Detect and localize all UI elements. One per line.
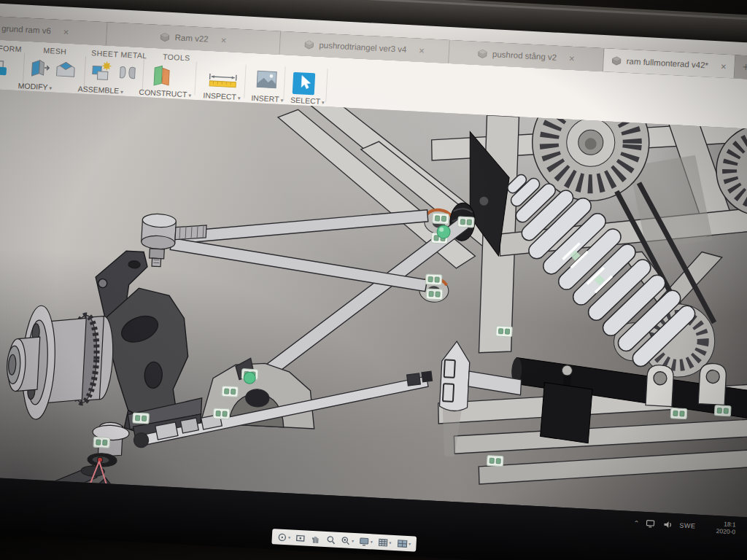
- fit-icon[interactable]: ▾: [341, 535, 355, 546]
- joint-badge: [487, 455, 503, 466]
- new-tab-button[interactable]: +: [735, 55, 747, 80]
- look-at-icon[interactable]: [295, 532, 306, 543]
- joint-badge: [496, 326, 513, 337]
- joint-badge: [457, 217, 474, 228]
- volume-icon[interactable]: [663, 520, 673, 529]
- joint-badge: [433, 213, 449, 224]
- system-tray: ⌃ SWE 18:1 2020-0: [633, 514, 736, 537]
- document-cube-icon: [478, 49, 488, 59]
- display-tray-icon[interactable]: [646, 519, 657, 529]
- mesh-box-icon[interactable]: [53, 58, 78, 83]
- ribbon-tab-mesh[interactable]: MESH: [43, 46, 67, 56]
- joint-badge: [133, 413, 150, 424]
- language-indicator[interactable]: SWE: [679, 521, 696, 529]
- clock-date: 2020-0: [716, 527, 735, 535]
- joint-badge: [213, 408, 230, 419]
- assemble-component-icon[interactable]: [90, 60, 115, 85]
- ribbon-tab-sheet-metal[interactable]: SHEET METAL: [91, 48, 147, 60]
- close-icon[interactable]: ×: [569, 52, 575, 63]
- close-icon[interactable]: ×: [220, 34, 226, 45]
- clock[interactable]: 18:1 2020-0: [702, 519, 736, 535]
- tab-label: grund ram v6: [1, 24, 51, 36]
- chevron-down-icon: ▾: [188, 92, 191, 98]
- balljoint-highlight: [244, 372, 256, 384]
- zoom-icon[interactable]: [325, 534, 336, 545]
- pan-icon[interactable]: [310, 533, 321, 544]
- orbit-icon[interactable]: ▾: [277, 532, 291, 542]
- select-icon[interactable]: [291, 71, 317, 97]
- inspect-measure-icon[interactable]: [206, 66, 240, 91]
- joint-badge: [222, 386, 239, 397]
- monitor-photo: e) grund ram v6 × Ram v22 × pushrodtrian…: [0, 0, 747, 560]
- model-viewport[interactable]: 15°: [0, 88, 747, 518]
- chevron-down-icon: ▾: [49, 85, 52, 91]
- joint-badge: [93, 437, 110, 448]
- document-cube-icon: [611, 55, 622, 66]
- ribbon-tab-form[interactable]: FORM: [0, 44, 22, 54]
- joint-badge: [714, 405, 731, 416]
- joint-badge: [670, 408, 687, 419]
- close-icon[interactable]: ×: [721, 61, 727, 71]
- chevron-down-icon: ▾: [238, 95, 241, 101]
- grid-settings-icon[interactable]: ▾: [377, 537, 392, 548]
- tab-label: pushrod stång v2: [492, 50, 557, 62]
- wheel-hub[interactable]: [4, 304, 115, 423]
- tray-expand-icon[interactable]: ⌃: [633, 519, 640, 527]
- panel-select[interactable]: SELECT▾: [290, 96, 325, 106]
- chevron-down-icon: ▾: [280, 97, 283, 104]
- close-icon[interactable]: ×: [63, 26, 69, 37]
- mesh-remesh-icon[interactable]: [28, 57, 52, 82]
- joint-badge: [425, 274, 442, 285]
- document-cube-icon: [160, 32, 170, 42]
- viewport-nav-bar: ▾ ▾ ▾: [271, 529, 417, 551]
- chevron-down-icon: ▾: [322, 99, 325, 106]
- shock-mount-bracket: [540, 382, 592, 443]
- balljoint-highlight: [437, 225, 451, 238]
- ribbon-tab-tools[interactable]: TOOLS: [163, 52, 190, 62]
- viewports-icon[interactable]: ▾: [396, 538, 411, 549]
- construct-plane-icon[interactable]: [150, 63, 176, 90]
- assemble-joint-icon[interactable]: [116, 61, 139, 86]
- joint-badge: [426, 289, 443, 300]
- display-settings-icon[interactable]: ▾: [358, 536, 373, 547]
- tab-label: Ram v22: [174, 33, 209, 43]
- form-icon[interactable]: [0, 55, 12, 79]
- tab-label: ram fullmonterad v42*: [626, 57, 708, 70]
- tab-label: pushrodtriangel ver3 v4: [319, 41, 407, 54]
- document-cube-icon: [304, 39, 314, 50]
- chevron-down-icon: ▾: [120, 88, 123, 95]
- cad-model[interactable]: 15°: [0, 88, 747, 518]
- fusion-window: e) grund ram v6 × Ram v22 × pushrodtrian…: [0, 1, 747, 560]
- close-icon[interactable]: ×: [419, 44, 425, 55]
- rod-end[interactable]: [81, 421, 130, 478]
- insert-image-icon[interactable]: [255, 69, 279, 92]
- panel-insert[interactable]: INSERT▾: [251, 93, 284, 104]
- panel-modify[interactable]: MODIFY▾: [18, 81, 52, 91]
